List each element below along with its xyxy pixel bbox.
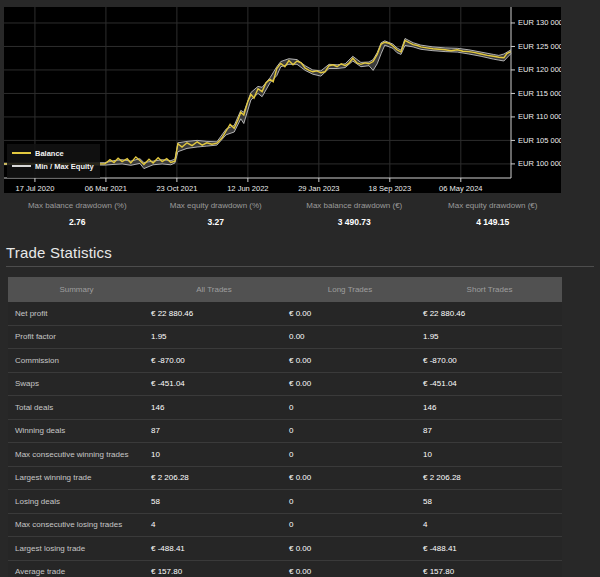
legend-label: Min / Max Equity: [35, 162, 95, 171]
row-label: Profit factor: [8, 332, 145, 341]
page-title: Trade Statistics: [6, 244, 112, 261]
row-label: Total deals: [8, 403, 145, 412]
stat-value: 4 149.15: [424, 217, 563, 227]
cell-all-trades: € -870.00: [145, 356, 283, 365]
cell-long-trades: 0: [283, 497, 417, 506]
stat-max-balance-drawdown-pct: Max balance drawdown (%) 2.76: [8, 201, 147, 227]
y-tick-label: EUR 130 000.00: [518, 18, 561, 27]
y-tick-label: EUR 115 000.00: [518, 89, 561, 98]
row-label: Largest winning trade: [8, 473, 145, 482]
row-label: Swaps: [8, 379, 145, 388]
table-row: Total deals1460146: [8, 395, 562, 419]
balance-equity-chart[interactable]: EUR 130 000.00EUR 125 000.00EUR 120 000.…: [4, 7, 561, 193]
cell-short-trades: 58: [417, 497, 562, 506]
table-row: Losing deals58058: [8, 489, 562, 513]
table-row: Max consecutive winning trades10010: [8, 442, 562, 466]
table-row: Net profit€ 22 880.46€ 0.00€ 22 880.46: [8, 302, 562, 325]
cell-all-trades: € 157.80: [145, 567, 283, 576]
cell-all-trades: 58: [145, 497, 283, 506]
y-tick-label: EUR 105 000.00: [518, 136, 561, 145]
cell-all-trades: 146: [145, 403, 283, 412]
cell-short-trades: 87: [417, 426, 562, 435]
cell-all-trades: € -451.04: [145, 379, 283, 388]
stat-value: 2.76: [8, 217, 147, 227]
legend-label: Balance: [35, 149, 64, 158]
cell-short-trades: 4: [417, 520, 562, 529]
cell-long-trades: 0: [283, 403, 417, 412]
cell-short-trades: 146: [417, 403, 562, 412]
y-tick-label: EUR 110 000.00: [518, 112, 561, 121]
cell-long-trades: 0: [283, 520, 417, 529]
column-header-all-trades: All Trades: [145, 285, 283, 294]
x-tick-label: 29 Jan 2023: [298, 184, 339, 193]
table-header-row: Summary All Trades Long Trades Short Tra…: [8, 277, 562, 302]
table-row: Largest winning trade€ 2 206.28€ 0.00€ 2…: [8, 466, 562, 490]
stat-value: 3.27: [147, 217, 286, 227]
row-label: Losing deals: [8, 497, 145, 506]
stat-max-equity-drawdown-eur: Max equity drawdown (€) 4 149.15: [424, 201, 563, 227]
row-label: Average trade: [8, 567, 145, 576]
x-tick-label: 06 Mar 2021: [85, 184, 127, 193]
x-tick-label: 17 Jul 2020: [16, 184, 55, 193]
stat-label: Max equity drawdown (€): [424, 201, 563, 211]
cell-all-trades: € 22 880.46: [145, 309, 283, 318]
cell-long-trades: 0.00: [283, 332, 417, 341]
trade-statistics-table: Summary All Trades Long Trades Short Tra…: [8, 277, 562, 577]
column-header-short-trades: Short Trades: [417, 285, 562, 294]
stat-label: Max balance drawdown (%): [8, 201, 147, 211]
cell-all-trades: 1.95: [145, 332, 283, 341]
table-row: Commission€ -870.00€ 0.00€ -870.00: [8, 348, 562, 372]
cell-long-trades: € 0.00: [283, 567, 417, 576]
y-tick-label: EUR 120 000.00: [518, 65, 561, 74]
stat-value: 3 490.73: [285, 217, 424, 227]
column-header-long-trades: Long Trades: [283, 285, 417, 294]
cell-all-trades: 4: [145, 520, 283, 529]
cell-all-trades: € -488.41: [145, 544, 283, 553]
row-label: Winning deals: [8, 426, 145, 435]
cell-long-trades: € 0.00: [283, 356, 417, 365]
table-row: Swaps€ -451.04€ 0.00€ -451.04: [8, 372, 562, 396]
cell-short-trades: 10: [417, 450, 562, 459]
stat-label: Max balance drawdown (€): [285, 201, 424, 211]
cell-all-trades: € 2 206.28: [145, 473, 283, 482]
cell-short-trades: € 157.80: [417, 567, 562, 576]
table-row: Largest losing trade€ -488.41€ 0.00€ -48…: [8, 536, 562, 560]
table-row: Max consecutive losing trades404: [8, 513, 562, 537]
cell-long-trades: € 0.00: [283, 309, 417, 318]
cell-all-trades: 87: [145, 426, 283, 435]
row-label: Net profit: [8, 309, 145, 318]
cell-short-trades: € 2 206.28: [417, 473, 562, 482]
x-tick-label: 12 Jun 2022: [227, 184, 268, 193]
cell-short-trades: € -488.41: [417, 544, 562, 553]
section-divider: [6, 266, 594, 267]
table-row: Profit factor1.950.001.95: [8, 325, 562, 349]
cell-short-trades: € 22 880.46: [417, 309, 562, 318]
drawdown-stats-row: Max balance drawdown (%) 2.76 Max equity…: [8, 201, 562, 227]
cell-all-trades: 10: [145, 450, 283, 459]
x-tick-label: 18 Sep 2023: [369, 184, 412, 193]
y-tick-label: EUR 125 000.00: [518, 42, 561, 51]
cell-short-trades: € -870.00: [417, 356, 562, 365]
stat-max-equity-drawdown-pct: Max equity drawdown (%) 3.27: [147, 201, 286, 227]
table-row: Average trade€ 157.80€ 0.00€ 157.80: [8, 560, 562, 577]
stat-max-balance-drawdown-eur: Max balance drawdown (€) 3 490.73: [285, 201, 424, 227]
column-header-summary: Summary: [8, 285, 145, 294]
stat-label: Max equity drawdown (%): [147, 201, 286, 211]
chart-canvas[interactable]: EUR 130 000.00EUR 125 000.00EUR 120 000.…: [4, 7, 561, 193]
x-tick-label: 06 May 2024: [439, 184, 482, 193]
table-body: Net profit€ 22 880.46€ 0.00€ 22 880.46Pr…: [8, 302, 562, 577]
row-label: Max consecutive losing trades: [8, 520, 145, 529]
x-tick-label: 23 Oct 2021: [156, 184, 197, 193]
y-tick-label: EUR 100 000.00: [518, 159, 561, 168]
cell-long-trades: € 0.00: [283, 379, 417, 388]
cell-long-trades: 0: [283, 450, 417, 459]
row-label: Commission: [8, 356, 145, 365]
cell-long-trades: 0: [283, 426, 417, 435]
cell-short-trades: € -451.04: [417, 379, 562, 388]
cell-short-trades: 1.95: [417, 332, 562, 341]
row-label: Largest losing trade: [8, 544, 145, 553]
cell-long-trades: € 0.00: [283, 544, 417, 553]
cell-long-trades: € 0.00: [283, 473, 417, 482]
row-label: Max consecutive winning trades: [8, 450, 145, 459]
table-row: Winning deals87087: [8, 419, 562, 443]
